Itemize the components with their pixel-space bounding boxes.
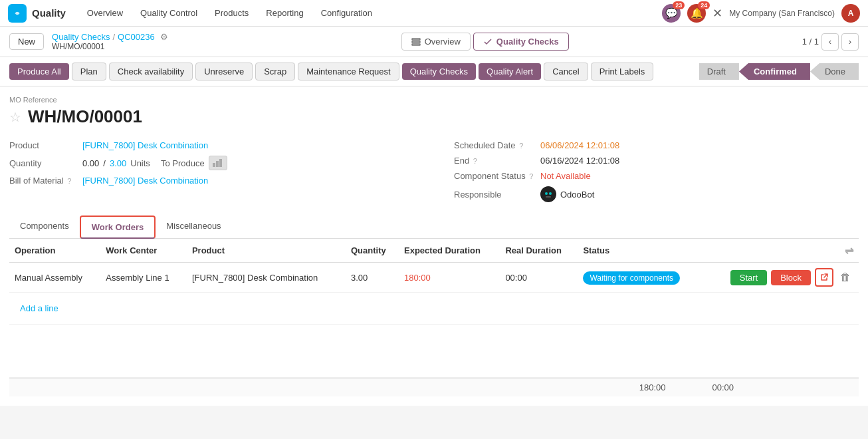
start-button[interactable]: Start (730, 270, 767, 285)
quality-alert-button[interactable]: Quality Alert (479, 63, 541, 80)
scrap-button[interactable]: Scrap (255, 63, 295, 80)
component-status-help-icon[interactable]: ? (529, 172, 533, 180)
tab-overview[interactable]: Overview (401, 33, 471, 51)
status-pipeline: Draft Confirmed Done (699, 63, 859, 80)
delete-button[interactable]: 🗑 (837, 271, 853, 283)
app-logo[interactable] (8, 4, 27, 23)
message-badge[interactable]: 🔔 24 (687, 4, 706, 23)
mo-title-row: ☆ WH/MO/00001 (9, 106, 859, 127)
status-confirmed-btn[interactable]: Confirmed (739, 63, 810, 80)
qty-target[interactable]: 3.00 (110, 158, 126, 168)
block-button[interactable]: Block (771, 270, 811, 285)
check-availability-button[interactable]: Check availability (109, 63, 193, 80)
pagination-next[interactable]: › (841, 33, 859, 51)
bom-row: Bill of Material ? [FURN_7800] Desk Comb… (9, 173, 414, 188)
svg-rect-2 (412, 41, 420, 43)
odoobot-avatar (540, 186, 556, 202)
table-header: Operation Work Center Product Quantity E… (9, 239, 859, 263)
nav-reporting[interactable]: Reporting (258, 4, 311, 22)
scheduled-date-value: 06/06/2024 12:01:08 (540, 140, 619, 150)
breadcrumb-qc-id-link[interactable]: QC00236 (118, 32, 155, 42)
product-label: Product (9, 140, 82, 150)
col-quantity: Quantity (346, 239, 399, 263)
breadcrumb-sub: Quality Checks / QC00236 ⚙ WH/MO/00001 (52, 32, 168, 51)
end-help-icon[interactable]: ? (473, 157, 477, 165)
component-status-label: Component Status ? (454, 171, 540, 181)
col-product: Product (187, 239, 346, 263)
user-avatar[interactable]: A (841, 4, 860, 23)
table-filter-icon[interactable]: ⇌ (845, 245, 853, 256)
add-line-link[interactable]: Add a line (15, 298, 64, 319)
external-link-button[interactable] (815, 268, 833, 287)
nav-products[interactable]: Products (207, 4, 257, 22)
produce-all-button[interactable]: Produce All (9, 63, 69, 80)
pagination-label: 1 / 1 (802, 37, 819, 47)
scheduled-date-row: Scheduled Date ? 06/06/2024 12:01:08 (454, 138, 859, 153)
svg-point-7 (542, 188, 554, 200)
bom-value[interactable]: [FURN_7800] Desk Combination (82, 176, 208, 186)
close-icon-btn[interactable]: ✕ (712, 6, 722, 21)
form-right: Scheduled Date ? 06/06/2024 12:01:08 End… (454, 138, 859, 205)
footer-real-total: 00:00 (712, 382, 734, 392)
work-orders-table: Operation Work Center Product Quantity E… (9, 239, 859, 325)
mo-id-title: WH/MO/00001 (28, 106, 142, 127)
spacer (9, 325, 859, 378)
breadcrumb-separator: / (112, 32, 115, 42)
tab-work-orders[interactable]: Work Orders (80, 216, 156, 239)
svg-rect-1 (412, 39, 420, 40)
footer-totals: 180:00 00:00 (639, 382, 853, 392)
nav-overview[interactable]: Overview (79, 4, 131, 22)
breadcrumb-left: New Quality Checks / QC00236 ⚙ WH/MO/000… (9, 32, 168, 51)
unreserve-button[interactable]: Unreserve (195, 63, 253, 80)
svg-rect-3 (412, 44, 420, 45)
cell-status: Waiting for components (578, 263, 703, 293)
tab-miscellaneous[interactable]: Miscellaneous (156, 216, 231, 239)
new-button[interactable]: New (9, 33, 44, 50)
favorite-star-icon[interactable]: ☆ (9, 109, 21, 125)
product-value[interactable]: [FURN_7800] Desk Combination (82, 140, 208, 150)
nav-configuration[interactable]: Configuration (313, 4, 380, 22)
breadcrumb-top: Quality Checks / QC00236 ⚙ (52, 32, 168, 42)
col-real-duration: Real Duration (500, 239, 578, 263)
to-produce-chart-icon[interactable] (209, 156, 227, 170)
brand-name: Quality (32, 7, 66, 19)
cell-product: [FURN_7800] Desk Combination (187, 263, 346, 293)
scheduled-date-help-icon[interactable]: ? (519, 142, 523, 150)
tab-components[interactable]: Components (9, 216, 80, 239)
quantity-label: Quantity (9, 158, 82, 168)
content-tabs: Components Work Orders Miscellaneous (9, 216, 859, 239)
settings-gear-icon[interactable]: ⚙ (160, 32, 168, 42)
center-tabs: Overview Quality Checks (401, 33, 569, 51)
status-badge: Waiting for components (583, 271, 680, 285)
nav-quality-control[interactable]: Quality Control (132, 4, 205, 22)
print-labels-button[interactable]: Print Labels (591, 63, 654, 80)
responsible-label: Responsible (454, 190, 540, 200)
table-footer: 180:00 00:00 (9, 378, 859, 396)
qty-unit: Units (130, 158, 150, 168)
quality-checks-button[interactable]: Quality Checks (402, 63, 476, 80)
activity-badge[interactable]: 💬 23 (662, 4, 681, 23)
svg-rect-10 (546, 196, 551, 198)
row-actions: Start Block 🗑 (708, 268, 853, 287)
maintenance-request-button[interactable]: Maintenance Request (298, 63, 399, 80)
end-row: End ? 06/16/2024 12:01:08 (454, 153, 859, 168)
pagination-prev[interactable]: ‹ (821, 33, 839, 51)
breadcrumb-quality-checks-link[interactable]: Quality Checks (52, 32, 110, 42)
col-expected-duration: Expected Duration (399, 239, 500, 263)
col-operation: Operation (9, 239, 100, 263)
bom-help-icon[interactable]: ? (67, 177, 71, 185)
cancel-button[interactable]: Cancel (544, 63, 588, 80)
svg-rect-4 (213, 163, 215, 167)
plan-button[interactable]: Plan (72, 63, 106, 80)
action-bar: Produce All Plan Check availability Unre… (0, 57, 868, 86)
status-draft-btn[interactable]: Draft (699, 63, 739, 80)
add-line-cell: Add a line (9, 293, 859, 325)
mo-reference-label: MO Reference (9, 86, 859, 104)
cell-quantity: 3.00 (346, 263, 399, 293)
tab-quality-checks[interactable]: Quality Checks (473, 33, 569, 51)
svg-point-8 (545, 192, 548, 195)
status-done-btn[interactable]: Done (810, 63, 859, 80)
add-line-row: Add a line (9, 293, 859, 325)
responsible-value-row: OdooBot (540, 186, 594, 202)
bom-label: Bill of Material ? (9, 176, 82, 186)
